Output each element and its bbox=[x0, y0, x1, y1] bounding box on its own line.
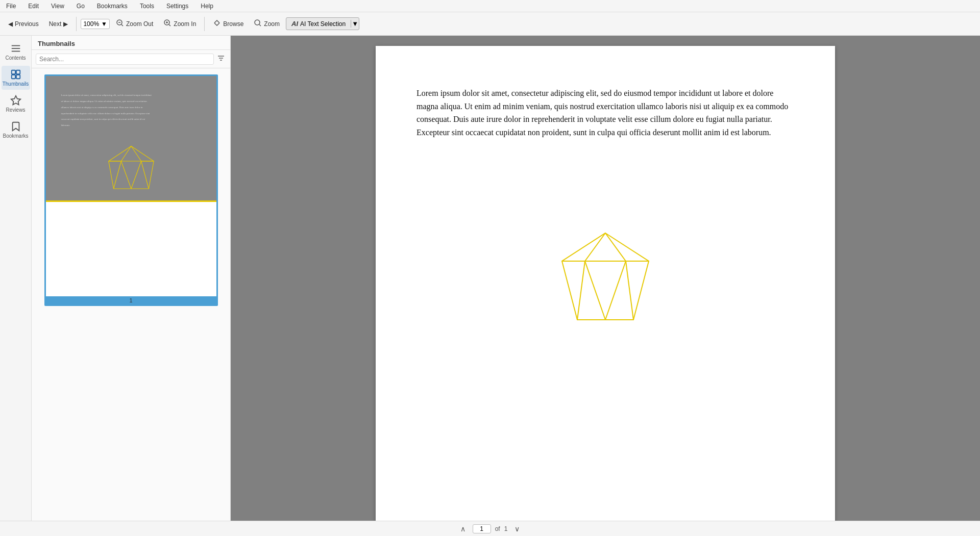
browse-button[interactable]: Browse bbox=[209, 17, 248, 31]
svg-line-6 bbox=[169, 24, 170, 26]
zoom-dropdown-icon: ▼ bbox=[101, 20, 107, 28]
bookmarks-icon bbox=[10, 121, 21, 132]
zoom-tool-label: Zoom bbox=[264, 20, 280, 28]
thumbnails-header: Thumbnails bbox=[32, 36, 230, 50]
search-input[interactable] bbox=[36, 54, 214, 65]
previous-icon: ◀ bbox=[8, 20, 13, 28]
zoom-select[interactable]: 100% ▼ bbox=[81, 19, 110, 29]
thumbnails-search-bar bbox=[32, 50, 230, 68]
thumbnails-icon bbox=[10, 69, 21, 80]
diamond-svg bbox=[559, 231, 651, 333]
sidebar-item-contents[interactable]: Contents bbox=[2, 40, 30, 64]
sidebar-icons: Contents Thumbnails Reviews Bookmarks bbox=[0, 36, 32, 521]
menu-bookmarks[interactable]: Bookmarks bbox=[95, 2, 130, 11]
menu-edit[interactable]: Edit bbox=[26, 2, 41, 11]
toolbar: ◀ Previous Next ▶ 100% ▼ Zoom Out bbox=[0, 12, 980, 36]
zoom-in-label: Zoom In bbox=[174, 20, 196, 28]
sidebar-item-bookmarks[interactable]: Bookmarks bbox=[2, 118, 30, 142]
menu-help[interactable]: Help bbox=[199, 2, 215, 11]
previous-button[interactable]: ◀ Previous bbox=[4, 18, 43, 30]
contents-icon bbox=[10, 43, 21, 54]
reviews-icon bbox=[10, 95, 21, 106]
menu-tools[interactable]: Tools bbox=[138, 2, 156, 11]
svg-line-40 bbox=[585, 233, 605, 261]
svg-rect-12 bbox=[11, 70, 15, 74]
separator-2 bbox=[204, 17, 205, 31]
pdf-page: Lorem ipsum dolor sit amet, consectetur … bbox=[376, 46, 835, 521]
text-selection-group: AI AI Text Selection ▼ bbox=[286, 17, 359, 30]
separator-1 bbox=[76, 17, 77, 31]
svg-rect-15 bbox=[16, 75, 19, 79]
text-selection-label: AI Text Selection bbox=[300, 20, 346, 28]
zoom-out-button[interactable]: Zoom Out bbox=[112, 17, 157, 31]
svg-point-7 bbox=[255, 20, 260, 25]
thumbnail-page-number: 1 bbox=[46, 296, 216, 304]
filter-icon[interactable] bbox=[216, 53, 226, 65]
menu-settings[interactable]: Settings bbox=[164, 2, 190, 11]
svg-line-47 bbox=[605, 261, 626, 320]
thumbnail-svg: Lorem ipsum dolor sit amet, consectetur … bbox=[46, 76, 216, 296]
pdf-body-text: Lorem ipsum dolor sit amet, consectetur … bbox=[416, 87, 794, 139]
zoom-tool-button[interactable]: Zoom bbox=[250, 17, 284, 31]
menu-go[interactable]: Go bbox=[75, 2, 87, 11]
svg-rect-13 bbox=[16, 70, 19, 74]
browse-icon bbox=[213, 19, 221, 29]
svg-rect-14 bbox=[11, 75, 15, 79]
sidebar-item-thumbnails[interactable]: Thumbnails bbox=[2, 66, 30, 90]
thumbnails-content: Lorem ipsum dolor sit amet, consectetur … bbox=[32, 68, 230, 521]
svg-text:reprehenderit in voluptate vel: reprehenderit in voluptate velit esse ci… bbox=[61, 112, 150, 115]
svg-marker-38 bbox=[562, 233, 649, 320]
menu-file[interactable]: File bbox=[4, 2, 18, 11]
page-number-input[interactable] bbox=[473, 524, 491, 533]
page-of-text: of bbox=[495, 525, 500, 532]
svg-line-44 bbox=[577, 261, 585, 320]
text-selection-button[interactable]: AI AI Text Selection bbox=[286, 18, 351, 30]
thumbnails-panel: Thumbnails bbox=[32, 36, 231, 521]
reviews-label: Reviews bbox=[6, 107, 26, 113]
bottom-bar: ∧ of 1 ∨ bbox=[0, 521, 980, 536]
thumbnails-label: Thumbnails bbox=[3, 81, 29, 87]
page-total-text: 1 bbox=[504, 525, 508, 532]
thumbnail-page-1[interactable]: Lorem ipsum dolor sit amet, consectetur … bbox=[44, 74, 218, 306]
sidebar-item-reviews[interactable]: Reviews bbox=[2, 92, 30, 116]
svg-text:laborum.: laborum. bbox=[61, 124, 70, 126]
zoom-out-icon bbox=[116, 19, 124, 29]
next-label: Next bbox=[49, 20, 62, 28]
zoom-out-label: Zoom Out bbox=[126, 20, 153, 28]
zoom-in-button[interactable]: Zoom In bbox=[159, 17, 200, 31]
menubar: File Edit View Go Bookmarks Tools Settin… bbox=[0, 0, 980, 12]
text-selection-dropdown[interactable]: ▼ bbox=[351, 20, 359, 28]
browse-label: Browse bbox=[223, 20, 243, 28]
svg-line-2 bbox=[121, 24, 123, 26]
svg-line-41 bbox=[605, 233, 626, 261]
pdf-viewer[interactable]: Lorem ipsum dolor sit amet, consectetur … bbox=[231, 36, 980, 521]
zoom-tool-icon bbox=[254, 19, 262, 29]
main-layout: Contents Thumbnails Reviews Bookmarks bbox=[0, 36, 980, 521]
svg-rect-20 bbox=[46, 201, 216, 297]
bookmarks-label: Bookmarks bbox=[3, 133, 29, 139]
svg-line-45 bbox=[626, 261, 633, 320]
page-next-button[interactable]: ∨ bbox=[511, 524, 523, 534]
svg-line-46 bbox=[585, 261, 605, 320]
previous-label: Previous bbox=[15, 20, 39, 28]
svg-text:ullamco laboris nisi ut aliqui: ullamco laboris nisi ut aliquip ex ea co… bbox=[61, 106, 143, 109]
page-prev-button[interactable]: ∧ bbox=[457, 524, 469, 534]
next-icon: ▶ bbox=[63, 20, 68, 28]
ai-icon: AI bbox=[291, 20, 298, 28]
diamond-container bbox=[416, 231, 794, 333]
menu-view[interactable]: View bbox=[49, 2, 66, 11]
zoom-value: 100% bbox=[83, 20, 99, 28]
zoom-in-icon bbox=[163, 19, 172, 29]
next-button[interactable]: Next ▶ bbox=[45, 18, 72, 30]
svg-line-8 bbox=[259, 24, 261, 26]
contents-label: Contents bbox=[5, 55, 26, 61]
